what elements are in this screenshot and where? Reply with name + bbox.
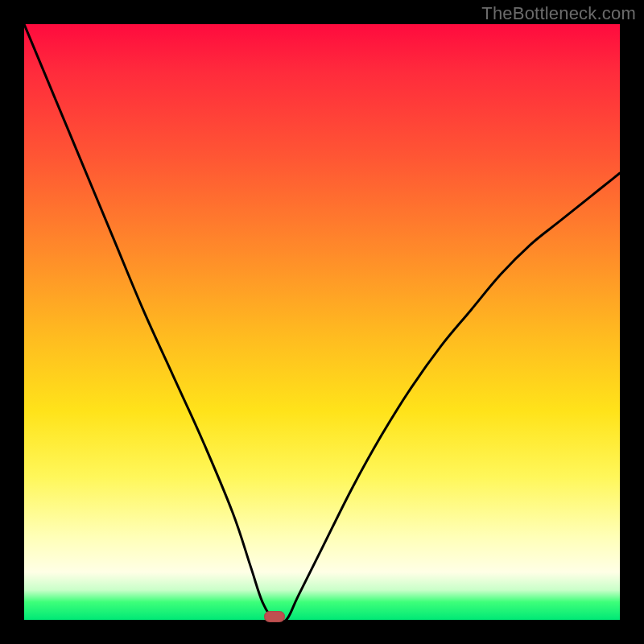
curve-svg	[24, 24, 620, 620]
bottleneck-curve	[24, 24, 620, 620]
optimal-marker	[264, 611, 285, 622]
plot-area	[24, 24, 620, 620]
watermark-text: TheBottleneck.com	[481, 3, 636, 24]
chart-frame: TheBottleneck.com	[0, 0, 644, 644]
